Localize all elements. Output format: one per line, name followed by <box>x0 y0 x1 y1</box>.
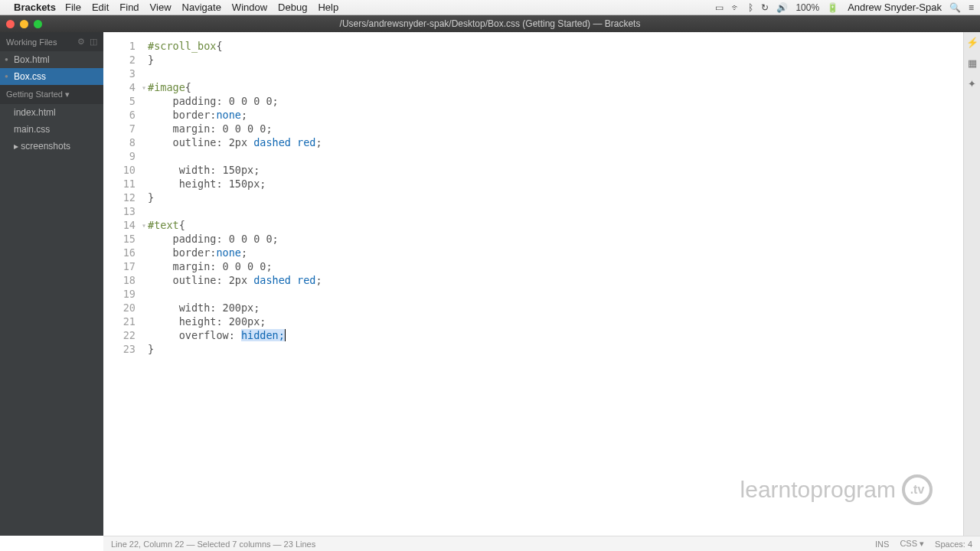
line-number: 14 <box>103 218 148 232</box>
macos-menubar: Brackets File Edit Find View Navigate Wi… <box>0 0 980 15</box>
code-line[interactable]: margin: 0 0 0 0; <box>148 259 963 273</box>
close-icon[interactable] <box>6 20 15 28</box>
line-number: 3 <box>103 67 148 80</box>
line-number: 23 <box>103 342 148 356</box>
line-number: 11 <box>103 177 148 191</box>
menu-file[interactable]: File <box>65 2 81 13</box>
working-file-item[interactable]: Box.css <box>0 68 103 85</box>
line-number: 2 <box>103 53 148 67</box>
line-number: 15 <box>103 232 148 246</box>
extract-icon[interactable]: ✦ <box>968 78 976 90</box>
code-line[interactable]: border:none; <box>148 246 963 259</box>
code-line[interactable]: height: 150px; <box>148 177 963 191</box>
insert-mode[interactable]: INS <box>875 540 889 549</box>
line-number-gutter: 1234567891011121314151617181920212223 <box>103 32 148 536</box>
window-titlebar: /Users/andrewsnyder-spak/Desktop/Box.css… <box>0 15 980 32</box>
bluetooth-icon[interactable]: ᛒ <box>748 2 753 13</box>
search-icon[interactable]: 🔍 <box>949 2 961 13</box>
sidebar: Working Files ⚙ ◫ Box.htmlBox.css Gettin… <box>0 32 103 536</box>
language-mode[interactable]: CSS ▾ <box>900 539 924 549</box>
project-label: Getting Started ▾ <box>6 90 70 99</box>
menu-find[interactable]: Find <box>119 2 139 13</box>
line-number: 10 <box>103 163 148 177</box>
working-files-header: Working Files ⚙ ◫ <box>0 32 103 51</box>
menu-debug[interactable]: Debug <box>278 2 307 13</box>
code-line[interactable] <box>148 204 963 218</box>
line-number: 17 <box>103 259 148 273</box>
code-line[interactable]: } <box>148 342 963 356</box>
code-line[interactable]: } <box>148 53 963 67</box>
indent-setting[interactable]: Spaces: 4 <box>935 540 972 549</box>
code-line[interactable] <box>148 287 963 301</box>
code-line[interactable]: outline: 2px dashed red; <box>148 135 963 149</box>
airplay-icon[interactable]: ▭ <box>715 2 724 13</box>
line-number: 9 <box>103 149 148 163</box>
code-line[interactable]: width: 200px; <box>148 301 963 315</box>
line-number: 6 <box>103 108 148 122</box>
code-line[interactable]: width: 150px; <box>148 163 963 177</box>
code-line[interactable]: #image{ <box>148 80 963 94</box>
menu-view[interactable]: View <box>150 2 172 13</box>
battery-label[interactable]: 100% <box>795 2 819 13</box>
code-line[interactable] <box>148 67 963 80</box>
extensions-icon[interactable]: ▦ <box>968 57 977 69</box>
code-line[interactable]: } <box>148 191 963 204</box>
window-title: /Users/andrewsnyder-spak/Desktop/Box.css… <box>340 18 641 29</box>
split-icon[interactable]: ◫ <box>90 37 97 47</box>
line-number: 4 <box>103 80 148 94</box>
working-file-item[interactable]: Box.html <box>0 51 103 68</box>
menu-window[interactable]: Window <box>232 2 267 13</box>
wifi-icon[interactable]: ᯤ <box>731 2 740 13</box>
menu-extras-icon[interactable]: ≡ <box>969 2 974 13</box>
line-number: 20 <box>103 301 148 315</box>
line-number: 21 <box>103 315 148 328</box>
code-line[interactable]: outline: 2px dashed red; <box>148 273 963 287</box>
menu-navigate[interactable]: Navigate <box>182 2 221 13</box>
project-file-item[interactable]: main.css <box>0 121 103 138</box>
project-folder-item[interactable]: ▸ screenshots <box>0 138 103 155</box>
line-number: 7 <box>103 122 148 135</box>
code-line[interactable]: #text{ <box>148 218 963 232</box>
maximize-icon[interactable] <box>34 20 42 28</box>
editor[interactable]: 1234567891011121314151617181920212223 #s… <box>103 32 963 536</box>
minimize-icon[interactable] <box>20 20 28 28</box>
cursor-position: Line 22, Column 22 — Selected 7 columns … <box>111 540 315 549</box>
menu-help[interactable]: Help <box>318 2 338 13</box>
code-line[interactable]: border:none; <box>148 108 963 122</box>
line-number: 16 <box>103 246 148 259</box>
line-number: 1 <box>103 39 148 53</box>
project-header[interactable]: Getting Started ▾ <box>0 85 103 104</box>
code-line[interactable] <box>148 149 963 163</box>
volume-icon[interactable]: 🔊 <box>776 2 788 13</box>
app-name[interactable]: Brackets <box>14 2 56 13</box>
right-toolbar: ⚡ ▦ ✦ <box>963 32 980 536</box>
gear-icon[interactable]: ⚙ <box>77 37 85 47</box>
battery-icon[interactable]: 🔋 <box>827 2 838 13</box>
code-line[interactable]: padding: 0 0 0 0; <box>148 94 963 108</box>
line-number: 12 <box>103 191 148 204</box>
window-controls <box>6 20 42 28</box>
line-number: 5 <box>103 94 148 108</box>
statusbar: Line 22, Column 22 — Selected 7 columns … <box>103 536 980 551</box>
time-machine-icon[interactable]: ↻ <box>761 2 769 13</box>
code-line[interactable]: height: 200px; <box>148 315 963 328</box>
code-area[interactable]: #scroll_box{} #image{ padding: 0 0 0 0; … <box>148 32 963 536</box>
text-cursor <box>285 329 286 341</box>
code-line[interactable]: #scroll_box{ <box>148 39 963 53</box>
working-files-label: Working Files <box>6 37 57 47</box>
line-number: 19 <box>103 287 148 301</box>
code-line[interactable]: padding: 0 0 0 0; <box>148 232 963 246</box>
line-number: 8 <box>103 135 148 149</box>
code-line[interactable]: overflow: hidden; <box>148 328 963 342</box>
project-file-item[interactable]: index.html <box>0 104 103 121</box>
code-line[interactable]: margin: 0 0 0 0; <box>148 122 963 135</box>
menu-edit[interactable]: Edit <box>92 2 109 13</box>
username[interactable]: Andrew Snyder-Spak <box>848 2 942 13</box>
live-preview-icon[interactable]: ⚡ <box>966 37 978 48</box>
line-number: 13 <box>103 204 148 218</box>
line-number: 18 <box>103 273 148 287</box>
line-number: 22 <box>103 328 148 342</box>
